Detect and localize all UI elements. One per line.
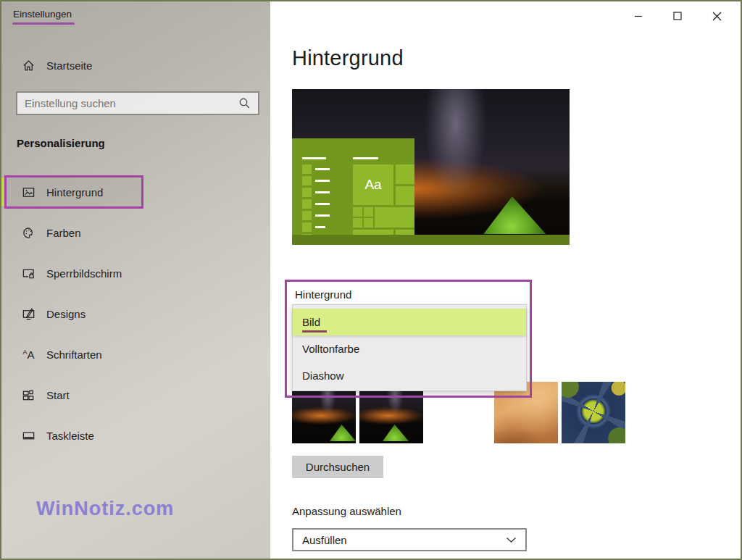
preview-tile [396,164,414,184]
dropdown-option-bild[interactable]: Bild [293,309,526,335]
image-icon [22,185,36,199]
preview-tile-aa: Aa [353,164,393,205]
sidebar-item-label: Sperrbildschirm [46,267,122,280]
background-preview-image: Aa [292,89,570,245]
sidebar-item-designs[interactable]: Designs [1,298,270,330]
sidebar-item-label: Farben [46,227,81,239]
preview-tile [353,218,362,227]
search-input[interactable] [25,97,238,109]
fit-select-value: Ausfüllen [302,534,347,546]
sidebar-item-label: Start [46,389,70,401]
lockscreen-icon [22,267,36,280]
preview-menu-square [302,164,312,174]
dropdown-option-label: Diashow [302,369,344,382]
section-title: Personalisierung [17,137,105,149]
preview-menu-line [315,203,330,205]
annotation-bild-underline [302,330,327,333]
window-controls [619,1,736,30]
page-title: Hintergrund [292,46,404,70]
preview-menu-line [315,214,330,217]
preview-tile [364,207,373,217]
sidebar-item-schriftarten[interactable]: AA Schriftarten [1,338,270,370]
fit-select[interactable]: Ausfüllen [292,528,527,551]
sidebar-item-taskleiste[interactable]: Taskleiste [1,419,270,451]
search-icon[interactable] [238,97,251,109]
main-content: Hintergrund Aa [270,1,741,559]
background-type-dropdown: Bild Volltonfarbe Diashow [292,304,527,391]
browse-button[interactable]: Durchsuchen [292,456,383,478]
preview-menu-line [315,191,330,193]
dropdown-option-label: Bild [302,316,320,328]
dropdown-option-label: Volltonfarbe [302,343,359,355]
dropdown-option-diashow[interactable]: Diashow [293,362,526,389]
sidebar-item-start[interactable]: Start [1,379,270,411]
preview-tile [364,218,373,227]
minimize-icon [634,12,643,20]
thumbnail-aerial-roundabout[interactable] [562,382,625,443]
preview-menu-square [302,176,312,185]
close-button[interactable] [697,1,736,30]
dropdown-option-volltonfarbe[interactable]: Volltonfarbe [293,335,526,362]
maximize-button[interactable] [658,1,697,30]
background-field-label: Hintergrund [295,288,351,301]
settings-window: Einstellungen Startseite Personalisierun… [0,0,742,560]
preview-menu-line [315,180,330,182]
preview-menu-square [302,188,312,197]
sidebar-item-sperrbildschirm[interactable]: Sperrbildschirm [1,257,270,289]
search-box[interactable] [16,91,259,115]
preview-tile [353,207,362,217]
sidebar-item-label: Designs [46,308,86,320]
chevron-down-icon [506,537,517,543]
taskbar-icon [22,429,36,443]
maximize-icon [673,12,682,20]
start-tiles-icon [22,388,36,402]
minimize-button[interactable] [619,1,658,30]
sidebar-item-label: Startseite [46,59,92,72]
preview-menu-line [302,157,326,159]
preview-menu-square [302,211,312,220]
preview-tiles-line [353,157,378,159]
sidebar-item-label: Schriftarten [46,348,102,361]
home-icon [22,59,36,72]
sidebar-item-label: Taskleiste [46,430,94,442]
preview-start-menu: Aa [292,138,414,235]
app-title: Einstellungen [13,9,72,20]
preview-tile [375,207,414,227]
preview-taskbar [292,235,570,245]
annotation-title-underline [12,22,75,25]
preview-menu-line [315,168,330,170]
sidebar-item-farben[interactable]: Farben [1,217,270,248]
sidebar: Einstellungen Startseite Personalisierun… [1,1,270,559]
thumb-tent-shape [330,425,356,441]
sidebar-item-home[interactable]: Startseite [1,52,270,78]
thumb-tent-shape [383,425,409,441]
preview-menu-square [302,222,312,232]
preview-tile [396,186,414,205]
preview-tile-aa-label: Aa [364,177,381,193]
fit-field-label: Anpassung auswählen [292,505,401,517]
palette-icon [22,226,36,240]
sidebar-item-hintergrund[interactable]: Hintergrund [1,176,143,208]
themes-icon [22,307,36,321]
sidebar-item-label: Hintergrund [46,186,103,198]
fonts-icon: AA [22,348,36,361]
preview-menu-line [315,226,325,228]
sidebar-nav: Hintergrund Farben Sperrbildschirm [1,176,270,460]
watermark: WinNotiz.com [36,498,174,520]
close-icon [712,12,722,21]
preview-menu-square [302,199,312,209]
